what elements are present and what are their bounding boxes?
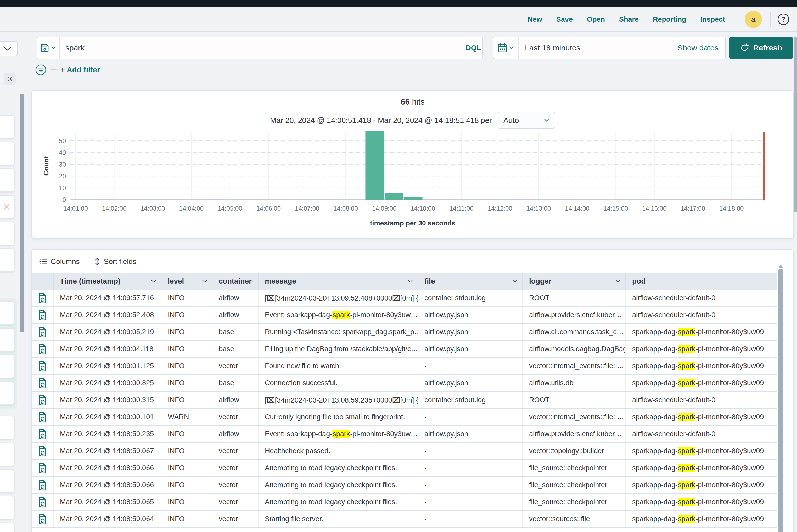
sort-fields-button[interactable]: Sort fields (94, 258, 136, 266)
nav-item-share[interactable]: Share (619, 15, 639, 23)
cell-time: Mar 20, 2024 @ 14:09:04.118 (54, 341, 162, 357)
table-header-row: Time (timestamp)levelcontainermessagefil… (32, 272, 777, 290)
field-item[interactable] (0, 248, 15, 272)
header-cell-file[interactable]: file (418, 272, 523, 290)
cell-container: airflow (212, 290, 259, 306)
field-item[interactable] (0, 442, 15, 466)
field-item[interactable] (0, 301, 15, 325)
svg-text:14:05:00: 14:05:00 (218, 205, 242, 212)
header-cell-pod[interactable]: pod (626, 272, 777, 290)
query-language-button[interactable]: DQL (464, 37, 482, 59)
expand-row-button[interactable] (32, 494, 54, 510)
nav-item-new[interactable]: New (527, 15, 542, 23)
cell-container: airflow (212, 426, 259, 442)
fields-scrollbar[interactable] (20, 94, 24, 332)
cell-pod: airflow-scheduler-default-0 (626, 392, 777, 408)
table-row: Mar 20, 2024 @ 14:09:57.716INFOairflow[⌧… (32, 290, 777, 307)
field-item[interactable] (0, 381, 15, 405)
svg-text:14:10:00: 14:10:00 (410, 205, 435, 212)
expand-row-button[interactable] (32, 290, 54, 306)
cell-message: [⌧[34m2024-03-20T13:08:59.235+0000⌧[0m] … (259, 392, 418, 408)
expand-row-button[interactable] (32, 358, 54, 374)
cell-logger: file_source::checkpointer (523, 494, 626, 510)
expand-row-button[interactable] (32, 392, 54, 408)
field-item[interactable] (0, 328, 15, 352)
expand-row-button[interactable] (32, 409, 54, 425)
saved-queries-button[interactable] (37, 37, 60, 59)
column-menu-icon[interactable] (408, 280, 413, 283)
expand-row-button[interactable] (32, 324, 54, 340)
table-row: Mar 20, 2024 @ 14:08:59.066INFOvectorAtt… (32, 460, 777, 477)
show-dates-button[interactable]: Show dates (678, 43, 725, 52)
expand-document-icon (38, 293, 47, 303)
expand-row-button[interactable] (32, 477, 54, 493)
column-menu-icon[interactable] (615, 280, 620, 283)
column-menu-icon[interactable] (512, 280, 518, 283)
column-menu-icon[interactable] (202, 280, 207, 283)
header-cell-level[interactable]: level (162, 272, 212, 290)
field-item[interactable] (0, 522, 15, 532)
field-item[interactable] (0, 142, 15, 165)
cell-file: - (418, 494, 523, 510)
cell-message: Attempting to read legacy checkpoint fil… (259, 494, 418, 510)
add-filter-button[interactable]: + Add filter (60, 65, 100, 74)
filter-icon[interactable] (35, 64, 47, 76)
interval-select[interactable]: Auto (498, 112, 555, 129)
nav-item-reporting[interactable]: Reporting (653, 15, 686, 23)
cell-message: Attempting to read legacy checkpoint fil… (259, 460, 418, 476)
field-item[interactable] (0, 115, 15, 139)
expand-document-icon (38, 463, 47, 473)
nav-item-inspect[interactable]: Inspect (700, 15, 725, 23)
expand-row-button[interactable] (32, 460, 54, 476)
search-input[interactable]: spark (60, 43, 464, 52)
field-item[interactable] (0, 222, 15, 245)
table-scrollbar[interactable] (778, 269, 783, 532)
header-cell-message[interactable]: message (259, 272, 418, 290)
cell-time: Mar 20, 2024 @ 14:09:00.101 (54, 409, 162, 425)
expand-row-button[interactable] (32, 341, 54, 357)
help-icon[interactable]: ? (778, 14, 789, 25)
nav-item-open[interactable]: Open (587, 15, 605, 23)
cell-level: INFO (162, 341, 212, 357)
cell-level: WARN (162, 409, 212, 425)
expand-row-button[interactable] (32, 307, 54, 323)
svg-text:50: 50 (59, 137, 66, 145)
column-menu-icon[interactable] (252, 280, 253, 283)
cell-level: INFO (162, 358, 212, 374)
nav-divider (770, 12, 771, 27)
expand-row-button[interactable] (32, 511, 54, 527)
collapse-sidebar-button[interactable] (0, 41, 18, 56)
refresh-button[interactable]: Refresh (729, 37, 793, 59)
avatar[interactable]: a (745, 11, 762, 28)
expand-row-button[interactable] (32, 375, 54, 391)
field-item[interactable] (0, 168, 15, 192)
header-cell-container[interactable]: container (212, 272, 259, 290)
highlight: spark (332, 311, 350, 319)
nav-item-save[interactable]: Save (556, 15, 573, 23)
field-item[interactable] (0, 469, 15, 493)
header-cell-logger[interactable]: logger (523, 272, 626, 290)
table-scroll-up-arrow[interactable] (778, 265, 783, 268)
time-range-value[interactable]: Last 18 minutes (519, 43, 678, 52)
column-menu-icon[interactable] (151, 280, 156, 283)
highlight: spark (678, 498, 696, 506)
svg-text:14:16:00: 14:16:00 (642, 205, 666, 212)
field-item[interactable] (0, 355, 15, 378)
table-row: Mar 20, 2024 @ 14:09:01.125INFOvectorFou… (32, 358, 777, 375)
header-label: message (265, 277, 296, 285)
columns-button[interactable]: Columns (39, 258, 79, 266)
table-row: Mar 20, 2024 @ 14:09:00.315INFOairflow[⌧… (32, 392, 777, 409)
filter-pin-dash (51, 69, 57, 70)
highlight: spark (678, 515, 696, 523)
quick-select-button[interactable] (494, 37, 519, 59)
expand-row-button[interactable] (32, 443, 54, 459)
header-cell-time-timestamp-[interactable]: Time (timestamp) (54, 272, 162, 290)
field-item[interactable]: ✕ (0, 195, 15, 218)
svg-text:14:15:00: 14:15:00 (604, 205, 628, 212)
cell-pod: sparkapp-dag-spark-pi-monitor-80y3uw09 (626, 494, 777, 510)
expand-document-icon (38, 446, 47, 456)
field-item[interactable] (0, 416, 15, 439)
field-item[interactable] (0, 496, 15, 519)
page-scrollbar[interactable] (794, 37, 797, 212)
expand-row-button[interactable] (32, 426, 54, 442)
